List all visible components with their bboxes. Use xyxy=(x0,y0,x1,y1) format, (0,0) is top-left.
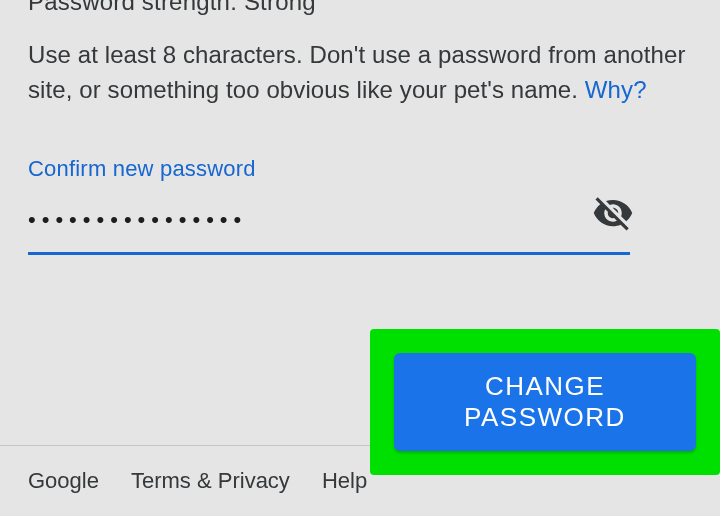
confirm-password-label: Confirm new password xyxy=(28,156,692,182)
confirm-password-input[interactable] xyxy=(28,193,592,233)
change-password-button[interactable]: CHANGE PASSWORD xyxy=(394,353,696,451)
visibility-off-icon[interactable] xyxy=(592,192,634,234)
footer-terms-link[interactable]: Terms & Privacy xyxy=(131,468,290,494)
why-link[interactable]: Why? xyxy=(585,76,647,103)
confirm-password-field-row xyxy=(28,192,630,255)
strength-value: Strong xyxy=(244,0,316,15)
footer-help-link[interactable]: Help xyxy=(322,468,367,494)
strength-label: Password strength: xyxy=(28,0,237,15)
password-strength-text: Password strength: Strong xyxy=(28,0,692,16)
highlight-annotation: CHANGE PASSWORD xyxy=(370,329,720,475)
password-hint-text: Use at least 8 characters. Don't use a p… xyxy=(28,38,692,108)
footer-google-link[interactable]: Google xyxy=(28,468,99,494)
